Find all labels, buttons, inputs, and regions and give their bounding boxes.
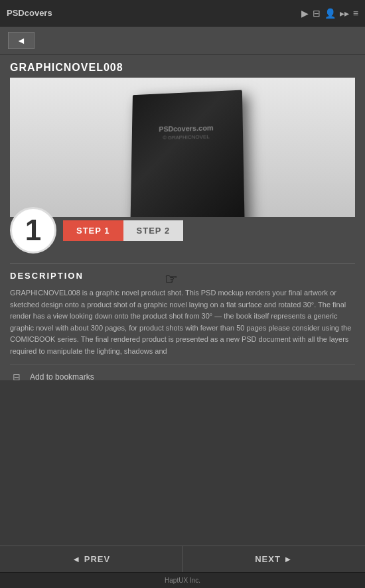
scroll-area[interactable]: GRAPHICNOVEL008 PSDcovers.com © GRAPHICN… [0, 55, 365, 380]
add-bookmarks-label: Add to bookmarks [30, 372, 94, 380]
book-sub: © GRAPHICNOVEL [163, 134, 210, 141]
product-image-area: PSDcovers.com © GRAPHICNOVEL [10, 78, 355, 237]
footer-text: HaptUX Inc. [165, 577, 200, 584]
book-cover: PSDcovers.com © GRAPHICNOVEL [130, 90, 244, 226]
step-buttons: STEP 1 STEP 2 [63, 220, 183, 241]
back-bar: ◄ [0, 27, 365, 55]
step2-button[interactable]: STEP 2 [123, 220, 184, 241]
user-icon[interactable]: 👤 [325, 8, 336, 19]
header-bar: PSDcovers ▶ ⊟ 👤 ▸▸ ≡ [0, 0, 365, 27]
play-icon[interactable]: ▶ [301, 8, 309, 19]
prev-button[interactable]: ◄ PREV [0, 546, 183, 572]
product-title: GRAPHICNOVEL008 [10, 62, 123, 73]
back-button[interactable]: ◄ [8, 32, 35, 49]
forward-icon[interactable]: ▸▸ [340, 8, 349, 19]
menu-icon[interactable]: ≡ [353, 8, 358, 19]
book-mockup: PSDcovers.com © GRAPHICNOVEL [116, 84, 249, 230]
step1-button[interactable]: STEP 1 [63, 220, 123, 241]
description-title: DESCRIPTION [10, 263, 355, 281]
step-number-area: 1 STEP 1 STEP 2 [0, 217, 365, 254]
add-bookmarks-row[interactable]: ⊟ Add to bookmarks [0, 365, 365, 380]
footer: HaptUX Inc. [0, 572, 365, 588]
step-circle: 1 [10, 207, 56, 254]
header-actions: ▶ ⊟ 👤 ▸▸ ≡ [301, 8, 358, 19]
description-text: GRAPHICNOVEL008 is a graphic novel produ… [10, 287, 355, 358]
app-title: PSDcovers [7, 8, 52, 18]
bookmark-icon[interactable]: ⊟ [313, 8, 321, 19]
product-title-bar: GRAPHICNOVEL008 [0, 55, 365, 78]
bottom-nav: ◄ PREV NEXT ► [0, 546, 365, 572]
next-button[interactable]: NEXT ► [183, 546, 366, 572]
book-logo: PSDcovers.com [159, 123, 213, 133]
description-section: DESCRIPTION GRAPHICNOVEL008 is a graphic… [0, 254, 365, 364]
bookmark-add-icon: ⊟ [10, 372, 23, 380]
